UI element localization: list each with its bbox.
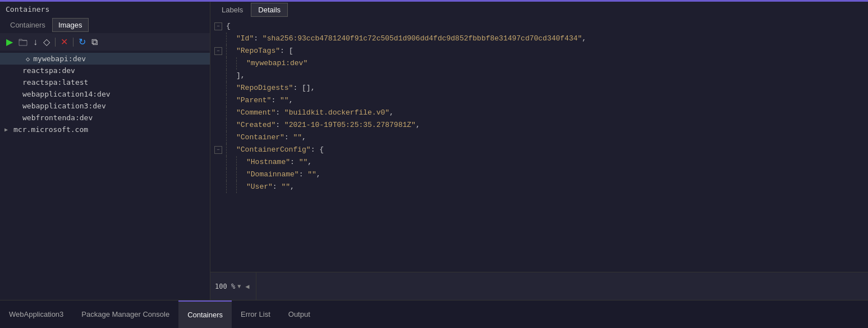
play-button[interactable]: ▶ [4, 35, 15, 48]
copy-button[interactable]: ⧉ [90, 36, 99, 48]
json-parent-line: "Parent": "", [236, 95, 302, 107]
bottom-tab-error-list[interactable]: Error List [232, 300, 279, 328]
zoom-area: 100 % ▼ ◀ [210, 272, 256, 300]
json-mywebapi-line: "mywebapi:dev" [246, 58, 316, 70]
main-area: Containers Containers Images ▶ ↓ ◇ ✕ ↻ ⧉ [0, 2, 868, 300]
image-item-webfrontenda[interactable]: webfrontenda:dev [0, 112, 210, 124]
json-id-line: "Id": "sha256:93ccb4781240f91c72c505d1d9… [236, 33, 595, 45]
json-hostname-line: "Hostname": "", [246, 157, 321, 168]
image-item-mcr[interactable]: ▶ mcr.microsoft.com [0, 124, 210, 135]
expand-arrow-icon[interactable]: ▶ [4, 126, 8, 133]
json-line-10: "Container": "", [210, 131, 868, 144]
json-containerconfig-line: "ContainerConfig": { [236, 144, 333, 156]
image-label: webapplication14:dev [22, 90, 111, 98]
json-container-line: "Container": "", [236, 132, 315, 144]
json-line-4: "mywebapi:dev" [210, 57, 868, 70]
json-line-7: "Parent": "", [210, 94, 868, 107]
json-line-11: − "ContainerConfig": { [210, 144, 868, 156]
json-line-9: "Created": "2021-10-19T05:25:35.2787981Z… [210, 119, 868, 131]
image-item-webapp14[interactable]: webapplication14:dev [0, 88, 210, 100]
gutter-11: − [210, 146, 226, 154]
collapse-btn-11[interactable]: − [214, 146, 222, 154]
toolbar-divider-2 [73, 38, 74, 47]
json-line-12: "Hostname": "", [210, 156, 868, 168]
tab-images[interactable]: Images [52, 18, 89, 32]
image-label: reactspa:dev [22, 66, 75, 75]
bottom-tab-output[interactable]: Output [279, 300, 319, 328]
bottom-tab-package-manager[interactable]: Package Manager Console [72, 300, 178, 328]
json-wrapper: − { "Id": "sha256:93ccb4781240f91c72c505… [210, 20, 868, 193]
image-item-reactspa-dev[interactable]: reactspa:dev [0, 65, 210, 76]
tab-details[interactable]: Details [251, 3, 288, 17]
json-line-3: − "RepoTags": [ [210, 45, 868, 57]
collapse-btn-3[interactable]: − [214, 47, 222, 55]
download-button[interactable]: ↓ [31, 36, 39, 48]
image-item-mywebapi[interactable]: ◇ mywebapi:dev [0, 53, 210, 65]
bottom-tabs: WebApplication3 Package Manager Console … [0, 300, 868, 328]
delete-button[interactable]: ✕ [59, 35, 70, 48]
collapse-btn-1[interactable]: − [214, 22, 222, 30]
json-domainname-line: "Domainname": "", [246, 169, 330, 181]
right-tabs-row: Labels Details [210, 2, 868, 18]
toolbar-divider [55, 38, 56, 47]
scroll-left-btn[interactable]: ◀ [243, 283, 251, 290]
toolbar: ▶ ↓ ◇ ✕ ↻ ⧉ [0, 33, 210, 51]
zoom-dropdown-arrow[interactable]: ▼ [237, 283, 241, 289]
folder-button[interactable] [17, 37, 29, 47]
json-line-2: "Id": "sha256:93ccb4781240f91c72c505d1d9… [210, 33, 868, 45]
image-label: webapplication3:dev [22, 102, 106, 110]
json-line-6: "RepoDigests": [], [210, 82, 868, 94]
image-label: reactspa:latest [22, 78, 88, 86]
json-content[interactable]: − { "Id": "sha256:93ccb4781240f91c72c505… [210, 18, 868, 272]
json-repotags-line: "RepoTags": [ [236, 45, 302, 57]
json-open-brace: { [226, 21, 231, 33]
right-panel: Labels Details − { "Id": "sha256:93ccb47 [210, 2, 868, 300]
left-panel: Containers Containers Images ▶ ↓ ◇ ✕ ↻ ⧉ [0, 2, 210, 300]
image-item-webapp3[interactable]: webapplication3:dev [0, 100, 210, 112]
image-label: mywebapi:dev [33, 54, 86, 63]
json-user-line: "User": "", [246, 181, 304, 193]
json-line-14: "User": "", [210, 181, 868, 193]
tag-button[interactable]: ◇ [42, 35, 52, 48]
json-line-5: ], [210, 70, 868, 82]
status-bar: 100 % ▼ ◀ [210, 272, 868, 300]
image-list: ◇ mywebapi:dev reactspa:dev reactspa:lat… [0, 51, 210, 300]
json-close-bracket-line: ], [236, 70, 254, 82]
zoom-value: 100 % [215, 283, 235, 290]
json-comment-line: "Comment": "buildkit.dockerfile.v0", [236, 107, 403, 119]
json-repodigests-line: "RepoDigests": [], [236, 83, 324, 94]
image-item-reactspa-latest[interactable]: reactspa:latest [0, 76, 210, 88]
json-created-line: "Created": "2021-10-19T05:25:35.2787981Z… [236, 120, 429, 131]
panel-title: Containers [0, 2, 210, 17]
tab-labels[interactable]: Labels [215, 3, 250, 17]
gutter-3: − [210, 47, 226, 55]
tab-containers[interactable]: Containers [4, 18, 51, 32]
image-label: mcr.microsoft.com [13, 125, 88, 134]
gutter-1: − [210, 22, 226, 30]
bottom-tab-containers[interactable]: Containers [178, 300, 232, 328]
bottom-tab-webapplication3[interactable]: WebApplication3 [0, 300, 72, 328]
json-line-13: "Domainname": "", [210, 168, 868, 181]
image-label: webfrontenda:dev [22, 113, 93, 122]
refresh-button[interactable]: ↻ [77, 35, 88, 48]
json-line-8: "Comment": "buildkit.dockerfile.v0", [210, 107, 868, 119]
json-line-1: − { [210, 20, 868, 33]
left-tabs-row: Containers Images [0, 17, 210, 33]
tag-icon: ◇ [26, 55, 30, 63]
